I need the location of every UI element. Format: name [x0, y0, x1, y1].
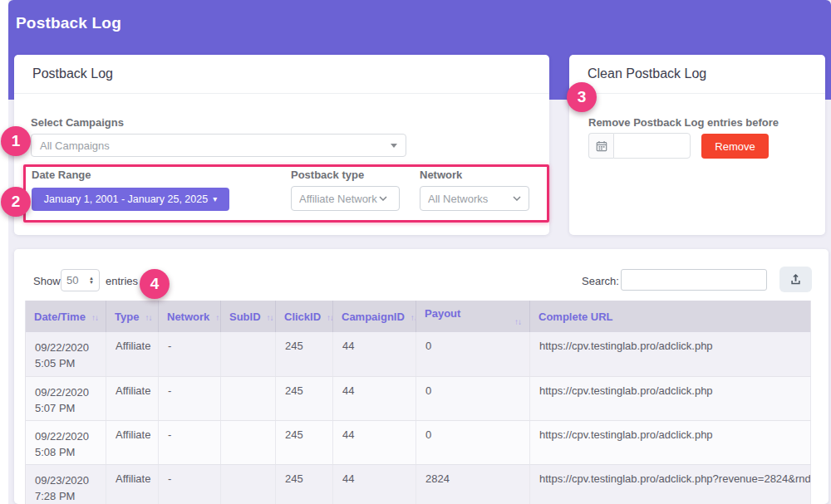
cell-payout: 0: [416, 420, 530, 464]
annotation-step-3: 3: [567, 82, 597, 112]
cell-type: Affiliate: [106, 420, 159, 464]
caret-down-icon: [391, 144, 397, 148]
calendar-addon: [588, 133, 613, 159]
postback-type-value: Affiliate Network: [299, 193, 379, 205]
postback-type-label: Postback type: [291, 169, 364, 181]
column-header-network[interactable]: Network↑↓: [159, 301, 221, 332]
cell-campaignid: 44: [333, 464, 416, 504]
table-row: 09/22/2020 5:08 PM Affiliate - 245 44 0 …: [26, 420, 811, 464]
cell-complete-url: https://cpv.testinglab.pro/adclick.php: [530, 420, 811, 464]
column-header-subid[interactable]: SubID↑↓: [221, 301, 276, 332]
page-length-value: 50: [66, 274, 78, 286]
cell-campaignid: 44: [333, 376, 416, 420]
postback-type-select[interactable]: Affiliate Network: [291, 186, 400, 211]
cell-type: Affiliate: [106, 332, 159, 376]
column-header-datetime[interactable]: Date/Time↑↓: [26, 301, 106, 332]
remove-button[interactable]: Remove: [701, 134, 769, 159]
page-title: Postback Log: [16, 14, 121, 32]
column-header-complete-url[interactable]: Complete URL: [530, 301, 811, 332]
export-icon: [789, 273, 802, 286]
cell-payout: 0: [416, 376, 530, 420]
cell-datetime: 09/22/2020 5:05 PM: [26, 332, 106, 376]
remove-before-label: Remove Postback Log entries before: [588, 116, 779, 129]
sort-icon: ↑↓: [514, 317, 521, 326]
search-input[interactable]: [621, 269, 767, 291]
date-range-button[interactable]: January 1, 2001 - January 25, 2025 ▾: [32, 188, 229, 211]
cell-complete-url: https://cpv.testinglab.pro/adclick.php: [530, 376, 811, 420]
table-row: 09/23/2020 7:28 PM Affiliate - 245 44 28…: [26, 464, 811, 504]
cell-payout: 0: [416, 332, 530, 376]
cell-subid: [221, 332, 276, 376]
postback-card-header: Postback Log: [14, 55, 549, 94]
clean-card-title: Clean Postback Log: [588, 66, 706, 81]
network-label: Network: [420, 169, 462, 181]
cell-clickid: 245: [276, 464, 333, 504]
cell-subid: [221, 376, 276, 420]
postback-log-table: Date/Time↑↓ Type↑↓ Network↑↓ SubID↑↓ Cli…: [25, 301, 811, 504]
table-header-row: Date/Time↑↓ Type↑↓ Network↑↓ SubID↑↓ Cli…: [26, 301, 811, 332]
column-header-clickid[interactable]: ClickID↑↓: [276, 301, 333, 332]
cell-network: -: [159, 332, 221, 376]
column-header-payout[interactable]: Payout↑↓: [416, 301, 530, 332]
sort-icon: ↑↓: [145, 313, 151, 322]
chevron-down-icon: [513, 196, 521, 201]
cell-type: Affiliate: [106, 464, 159, 504]
network-select[interactable]: All Networks: [420, 186, 529, 211]
search-label: Search:: [582, 275, 619, 287]
cell-campaignid: 44: [333, 420, 416, 464]
table-row: 09/22/2020 5:07 PM Affiliate - 245 44 0 …: [26, 376, 811, 420]
cell-campaignid: 44: [333, 332, 416, 376]
cell-type: Affiliate: [106, 376, 159, 420]
cell-complete-url: https://cpv.testinglab.pro/adclick.php: [530, 332, 811, 376]
sort-icon: ↑↓: [411, 313, 416, 322]
annotation-step-1: 1: [1, 126, 31, 156]
annotation-step-2: 2: [1, 187, 31, 217]
campaigns-select-value: All Campaigns: [40, 139, 391, 152]
postback-log-page: Postback Log Postback Log Select Campaig…: [0, 0, 831, 504]
spinner-arrows-icon: ▲▼: [89, 276, 94, 285]
column-header-type[interactable]: Type↑↓: [106, 301, 159, 332]
caret-down-icon: ▾: [213, 195, 217, 203]
cell-datetime: 09/22/2020 5:07 PM: [26, 376, 106, 420]
postback-card-title: Postback Log: [32, 66, 113, 81]
annotation-step-4: 4: [140, 269, 170, 299]
cell-datetime: 09/23/2020 7:28 PM: [26, 464, 106, 504]
remove-date-input[interactable]: [613, 133, 691, 159]
cell-datetime: 09/22/2020 5:08 PM: [26, 420, 106, 464]
campaigns-select[interactable]: All Campaigns: [31, 134, 406, 157]
page-length-select[interactable]: 50 ▲▼: [61, 269, 100, 291]
show-label: Show: [33, 275, 61, 287]
date-range-label: Date Range: [32, 169, 91, 181]
chevron-down-icon: [379, 196, 387, 201]
calendar-icon: [596, 140, 607, 152]
cell-clickid: 245: [276, 376, 333, 420]
cell-clickid: 245: [276, 332, 333, 376]
sort-icon: ↑↓: [327, 313, 332, 322]
cell-clickid: 245: [276, 420, 333, 464]
cell-network: -: [159, 464, 221, 504]
entries-label: entries: [106, 275, 138, 287]
cell-subid: [221, 420, 276, 464]
clean-card-header: Clean Postback Log: [569, 55, 825, 94]
cell-network: -: [159, 420, 221, 464]
column-header-campaignid[interactable]: CampaignID↑↓: [333, 301, 416, 332]
cell-complete-url: https://cpv.testinglab.pro/adclick.php?r…: [530, 464, 811, 504]
export-button[interactable]: [779, 267, 812, 292]
cell-network: -: [159, 376, 221, 420]
cell-payout: 2824: [416, 464, 530, 504]
date-range-value: January 1, 2001 - January 25, 2025: [44, 193, 208, 205]
network-select-value: All Networks: [428, 193, 513, 205]
table-row: 09/22/2020 5:05 PM Affiliate - 245 44 0 …: [26, 332, 811, 376]
sort-icon: ↑↓: [267, 313, 273, 322]
remove-date-group: [588, 133, 691, 159]
cell-subid: [221, 464, 276, 504]
select-campaigns-label: Select Campaigns: [31, 116, 124, 129]
sort-icon: ↑↓: [215, 313, 220, 322]
sort-icon: ↑↓: [91, 313, 98, 322]
